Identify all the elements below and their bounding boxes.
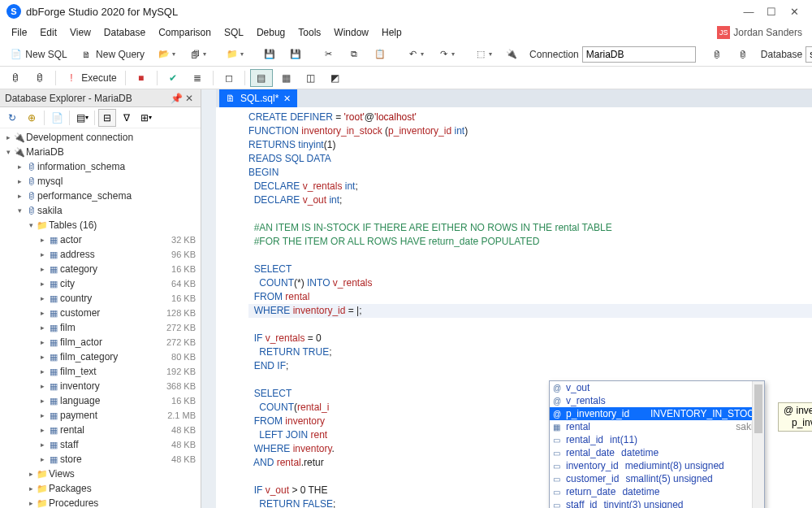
copy-button[interactable]: ⧉ (343, 46, 365, 63)
intellisense-item[interactable]: @v_rentals (550, 394, 764, 407)
conn-dev[interactable]: 🔌Development connection (0, 130, 201, 145)
table-payment[interactable]: ▦payment2.1 MB (0, 408, 201, 423)
start-page-button[interactable]: ⬚▾ (469, 46, 497, 63)
folder-procedures[interactable]: 📁Procedures (0, 496, 201, 508)
intellisense-item[interactable]: @p_inventory_idINVENTORY_IN_STOCK (550, 407, 764, 420)
menu-sql[interactable]: SQL (218, 25, 250, 40)
db-prev-button[interactable]: 🛢 (706, 46, 728, 63)
intellisense-item[interactable]: ▭inventory_idmediumint(8) unsigned (550, 459, 764, 472)
refresh-button[interactable]: ↻ (3, 109, 21, 127)
intellisense-item[interactable]: ▭rental_datedatetime (550, 446, 764, 459)
view-grid[interactable]: ▦ (276, 69, 297, 87)
menu-debug[interactable]: Debug (250, 25, 292, 40)
new-query-button[interactable]: 🗎 New Query (76, 46, 149, 63)
table-city[interactable]: ▦city64 KB (0, 276, 201, 291)
table-store[interactable]: ▦store48 KB (0, 452, 201, 467)
db-mysql[interactable]: 🛢mysql (0, 174, 201, 189)
db-infoschema[interactable]: 🛢information_schema (0, 159, 201, 174)
intellisense-scrollbar[interactable] (752, 381, 764, 508)
new-query-tb[interactable]: 📄 (48, 109, 66, 127)
table-address[interactable]: ▦address96 KB (0, 247, 201, 262)
intellisense-popup[interactable]: @v_out@v_rentals@p_inventory_idINVENTORY… (549, 380, 765, 508)
cut-button[interactable]: ✂ (317, 46, 339, 63)
table-film_text[interactable]: ▦film_text192 KB (0, 364, 201, 379)
db-sakila[interactable]: 🛢sakila (0, 203, 201, 218)
table-film_actor[interactable]: ▦film_actor272 KB (0, 335, 201, 350)
filter2-tb[interactable]: ∇ (118, 109, 136, 127)
connection-combo[interactable] (582, 46, 696, 63)
db-refresh-button[interactable]: 🛢 (732, 46, 754, 63)
tree-label: sakila (37, 205, 196, 216)
table-language[interactable]: ▦language16 KB (0, 393, 201, 408)
filter-tb[interactable]: ▤▾ (73, 109, 91, 127)
table-country[interactable]: ▦country16 KB (0, 291, 201, 306)
new-conn-button[interactable]: ⊕ (23, 109, 41, 127)
database-explorer: Database Explorer - MariaDB 📌 ✕ ↻ ⊕ 📄 ▤▾… (0, 89, 201, 508)
tree-icon: ▦ (47, 250, 60, 260)
table-film_category[interactable]: ▦film_category80 KB (0, 350, 201, 364)
undo-button[interactable]: ↶▾ (401, 46, 429, 63)
table-inventory[interactable]: ▦inventory368 KB (0, 379, 201, 393)
view-text[interactable]: ▤ (250, 69, 273, 87)
stop-button[interactable]: ■ (131, 69, 152, 87)
menu-database[interactable]: Database (97, 25, 152, 40)
new-sql-button[interactable]: 📄 New SQL (5, 46, 72, 63)
explorer-tree[interactable]: 🔌Development connection🔌MariaDB🛢informat… (0, 128, 201, 508)
table-rental[interactable]: ▦rental48 KB (0, 423, 201, 437)
folder-packages[interactable]: 📁Packages (0, 481, 201, 496)
redo-button[interactable]: ↷▾ (432, 46, 460, 63)
connection-label: Connection (529, 49, 579, 60)
table-category[interactable]: ▦category16 KB (0, 262, 201, 276)
view-diag[interactable]: ◩ (325, 69, 346, 87)
database-label: Database (761, 49, 802, 60)
folder-tables[interactable]: 📁Tables (16) (0, 218, 201, 232)
minimize-icon[interactable]: — (737, 6, 760, 18)
db-perfschema[interactable]: 🛢performance_schema (0, 189, 201, 203)
table-actor[interactable]: ▦actor32 KB (0, 232, 201, 247)
save-button[interactable]: 💾 (258, 46, 281, 63)
tree-label: Procedures (49, 497, 196, 508)
table-film[interactable]: ▦film272 KB (0, 320, 201, 335)
sql-run1[interactable]: 🛢 (5, 69, 26, 87)
settings-tb[interactable]: ⊞▾ (137, 109, 155, 127)
open-dropdown[interactable]: 📂▾ (153, 46, 180, 63)
format-button[interactable]: ≣ (187, 69, 208, 87)
close-icon[interactable]: ✕ (783, 6, 806, 18)
intellisense-item[interactable]: ▦rentalsakila (550, 420, 764, 433)
folder-views[interactable]: 📁Views (0, 467, 201, 481)
database-combo[interactable] (806, 46, 812, 63)
check-button[interactable]: ✔ (162, 69, 184, 87)
editor-tab[interactable]: 🗎 SQL.sql* ✕ (219, 89, 297, 107)
paste-button[interactable]: 📋 (369, 46, 391, 63)
table-staff[interactable]: ▦staff48 KB (0, 437, 201, 452)
intellisense-item[interactable]: ▭staff_idtinyint(3) unsigned (550, 498, 764, 508)
save-all-button[interactable]: 💾 (284, 46, 307, 63)
menu-edit[interactable]: Edit (33, 25, 63, 40)
menu-help[interactable]: Help (375, 25, 408, 40)
explorer-close-icon[interactable]: ✕ (183, 93, 196, 104)
connect-button[interactable]: 🔌 (500, 46, 523, 63)
tab-close-icon[interactable]: ✕ (283, 93, 291, 104)
menu-file[interactable]: File (5, 25, 33, 40)
collapse-tb[interactable]: ⊟ (98, 109, 116, 127)
menu-comparison[interactable]: Comparison (152, 25, 218, 40)
sql-run2[interactable]: 🛢 (29, 69, 50, 87)
open-button[interactable]: 📁▾ (221, 46, 248, 63)
new-dropdown[interactable]: 🗐▾ (184, 46, 211, 63)
conn-mariadb[interactable]: 🔌MariaDB (0, 145, 201, 159)
code-editor[interactable]: CREATE DEFINER = 'root'@'localhost' FUNC… (216, 107, 812, 508)
table-customer[interactable]: ▦customer128 KB (0, 306, 201, 320)
pin-icon[interactable]: 📌 (170, 93, 183, 104)
maximize-icon[interactable]: ☐ (760, 6, 783, 18)
intellisense-item[interactable]: ▭customer_idsmallint(5) unsigned (550, 472, 764, 485)
outline-button[interactable]: ◻ (218, 69, 240, 87)
intellisense-item[interactable]: @v_out (550, 381, 764, 394)
view-map[interactable]: ◫ (300, 69, 322, 87)
intellisense-item[interactable]: ▭rental_idint(11) (550, 433, 764, 446)
user-badge[interactable]: JS Jordan Sanders (717, 26, 807, 39)
execute-button[interactable]: ! Execute (61, 69, 120, 87)
menu-window[interactable]: Window (327, 25, 375, 40)
menu-tools[interactable]: Tools (292, 25, 327, 40)
intellisense-item[interactable]: ▭return_datedatetime (550, 485, 764, 498)
menu-view[interactable]: View (63, 25, 97, 40)
